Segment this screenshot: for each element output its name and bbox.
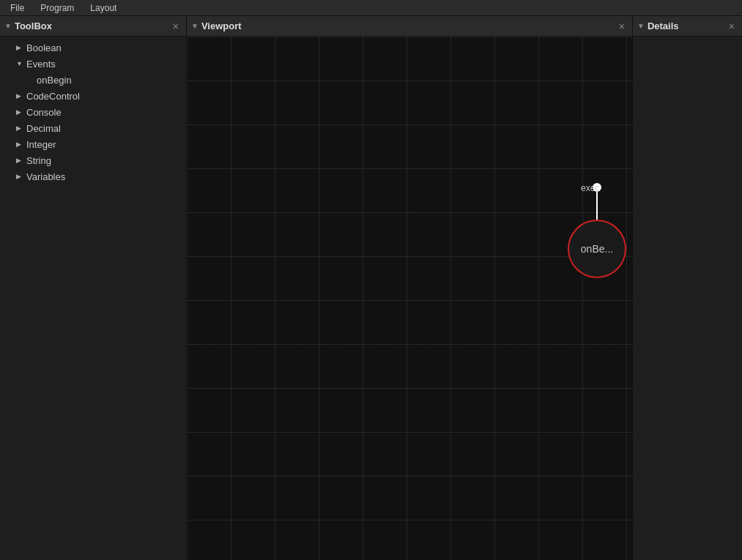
panels-row: ▼ ToolBox × ▶ Boolean ▼ Events onBegin ▶ [0,16,742,560]
tree-item-variables[interactable]: ▶ Variables [0,168,186,184]
decimal-label: Decimal [26,123,61,134]
toolbox-panel: ▼ ToolBox × ▶ Boolean ▼ Events onBegin ▶ [0,16,187,560]
codecontrol-arrow: ▶ [16,92,26,100]
tree-item-events[interactable]: ▼ Events [0,56,186,72]
boolean-label: Boolean [26,42,62,53]
menu-bar: File Program Layout [0,0,742,16]
tree-item-codecontrol[interactable]: ▶ CodeControl [0,88,186,104]
console-label: Console [26,107,62,118]
tree-item-console[interactable]: ▶ Console [0,104,186,120]
boolean-arrow: ▶ [16,44,26,51]
string-arrow: ▶ [16,157,26,164]
node-exec-label: exec [581,183,599,193]
viewport-title: Viewport [201,20,613,31]
integer-arrow: ▶ [16,141,26,148]
tree-item-onbegin[interactable]: onBegin [0,72,186,88]
viewport-header: ▼ Viewport × [187,16,632,37]
tree-item-boolean[interactable]: ▶ Boolean [0,40,186,56]
details-panel-icon: ▼ [637,22,645,30]
decimal-arrow: ▶ [16,124,26,132]
toolbox-title: ToolBox [15,20,167,31]
viewport-node[interactable]: exec onBe... [568,183,626,278]
node-circle-label: onBe... [581,243,613,255]
variables-label: Variables [26,171,65,182]
tree-item-decimal[interactable]: ▶ Decimal [0,120,186,136]
viewport-panel: ▼ Viewport × exec onBe... [187,16,632,560]
onbegin-label: onBegin [37,75,72,86]
toolbox-panel-icon: ▼ [4,22,12,30]
codecontrol-label: CodeControl [26,91,80,102]
viewport-panel-icon: ▼ [191,22,199,30]
toolbox-header: ▼ ToolBox × [0,16,186,37]
events-arrow: ▼ [16,60,26,67]
details-title: Details [648,20,723,31]
integer-label: Integer [26,139,56,150]
variables-arrow: ▶ [16,173,26,180]
string-label: String [26,155,51,166]
grid-background [187,37,632,560]
details-close-button[interactable]: × [726,20,738,33]
viewport-close-button[interactable]: × [616,20,628,33]
menu-program[interactable]: Program [33,1,81,15]
details-panel: ▼ Details × [632,16,742,560]
menu-layout[interactable]: Layout [83,1,124,15]
toolbox-close-button[interactable]: × [170,20,182,33]
console-arrow: ▶ [16,108,26,116]
details-header: ▼ Details × [633,16,742,37]
menu-file[interactable]: File [3,1,31,15]
viewport-canvas[interactable]: exec onBe... [187,37,632,560]
tree-item-string[interactable]: ▶ String [0,152,186,168]
node-circle[interactable]: onBe... [568,220,626,278]
toolbox-tree: ▶ Boolean ▼ Events onBegin ▶ CodeControl… [0,37,186,560]
events-label: Events [26,59,56,70]
tree-item-integer[interactable]: ▶ Integer [0,136,186,152]
node-exec-line [596,192,598,220]
